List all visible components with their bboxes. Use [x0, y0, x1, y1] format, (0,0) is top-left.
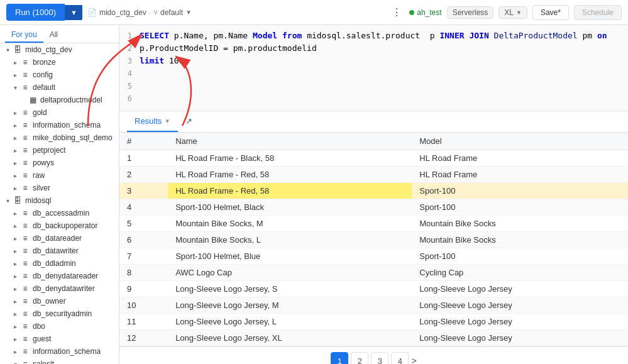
pagination: 1 2 3 4 > — [119, 346, 628, 364]
kw-token: Model — [253, 31, 277, 40]
tree-item-mido_ctg_dev[interactable]: ▾🗄mido_ctg_dev — [0, 43, 119, 56]
tree-label: db_datawriter — [33, 246, 79, 255]
tree-item-mike_dobing_sql_demo[interactable]: ▸≡mike_dobing_sql_demo — [0, 131, 119, 144]
tree-item-bronze[interactable]: ▸≡bronze — [0, 56, 119, 69]
table-row[interactable]: 6Mountain Bike Socks, LMountain Bike Soc… — [119, 232, 628, 248]
tree-chevron: ▸ — [10, 311, 20, 317]
results-tab[interactable]: Results ▼ — [127, 111, 178, 132]
tree-item-db_accessadmin[interactable]: ▸≡db_accessadmin — [0, 207, 119, 219]
tree-label: mike_dobing_sql_demo — [33, 133, 113, 142]
schema-icon: ≡ — [20, 146, 30, 155]
line-content[interactable]: SELECT p.Name, pm.Name Model from midosq… — [140, 31, 628, 40]
tree-item-db_denydatareader[interactable]: ▸≡db_denydatareader — [0, 270, 119, 282]
table-row[interactable]: 7Sport-100 Helmet, BlueSport-100 — [119, 248, 628, 265]
run-button[interactable]: Run (1000) — [6, 4, 65, 21]
plain-token — [277, 31, 282, 40]
tree-label: midosql — [25, 196, 51, 205]
page-1-button[interactable]: 1 — [331, 352, 348, 364]
run-button-group: Run (1000) ▼ — [6, 4, 82, 21]
results-tab2[interactable]: ↗ — [178, 111, 200, 132]
table-row[interactable]: 2HL Road Frame - Red, 58HL Road Frame — [119, 167, 628, 183]
tree-item-db_owner[interactable]: ▸≡db_owner — [0, 295, 119, 307]
tree-item-db_denydatawriter[interactable]: ▸≡db_denydatawriter — [0, 282, 119, 295]
tree-item-petproject[interactable]: ▸≡petproject — [0, 144, 119, 157]
table-row[interactable]: 8AWC Logo CapCycling Cap — [119, 265, 628, 281]
page-3-button[interactable]: 3 — [371, 352, 388, 364]
sidebar-tabs: For you All — [0, 25, 119, 43]
tree-chevron: ▸ — [10, 135, 20, 141]
table-row[interactable]: 10Long-Sleeve Logo Jersey, MLong-Sleeve … — [119, 297, 628, 314]
table-row[interactable]: 1HL Road Frame - Black, 58HL Road Frame — [119, 150, 628, 167]
tree-chevron: ▸ — [10, 109, 20, 116]
schema-icon: ≡ — [20, 108, 30, 117]
page-2-button[interactable]: 2 — [351, 352, 368, 364]
table-row[interactable]: 11Long-Sleeve Logo Jersey, LLong-Sleeve … — [119, 314, 628, 330]
table-row[interactable]: 5Mountain Bike Socks, MMountain Bike Soc… — [119, 216, 628, 232]
schema-icon: ≡ — [20, 121, 30, 130]
table-row[interactable]: 4Sport-100 Helmet, BlackSport-100 — [119, 199, 628, 216]
schema-icon: ≡ — [20, 158, 30, 167]
tree-item-raw[interactable]: ▸≡raw — [0, 169, 119, 182]
tree-item-config[interactable]: ▸≡config — [0, 69, 119, 81]
tab-foryou[interactable]: For you — [5, 28, 43, 43]
tree-item-db_datawriter[interactable]: ▸≡db_datawriter — [0, 245, 119, 257]
line-content[interactable]: p.ProductModelID = pm.productmodelid — [140, 43, 628, 53]
cell-name: Mountain Bike Socks, L — [168, 232, 412, 248]
run-dropdown-button[interactable]: ▼ — [65, 5, 82, 20]
tree-chevron: ▾ — [10, 361, 20, 365]
tree-item-default[interactable]: ▾≡default — [0, 81, 119, 94]
schema-icon: ≡ — [20, 133, 30, 142]
tree-item-guest[interactable]: ▸≡guest — [0, 333, 119, 345]
col-num: # — [119, 133, 168, 150]
tree-item-db_securityadmin[interactable]: ▸≡db_securityadmin — [0, 307, 119, 320]
tab-all[interactable]: All — [43, 28, 64, 43]
table-row[interactable]: 3HL Road Frame - Red, 58Sport-100 — [119, 183, 628, 199]
kw-token: on — [597, 31, 607, 40]
tree-item-deltaproductmodel[interactable]: ▦deltaproductmodel — [0, 94, 119, 106]
tree-label: db_owner — [33, 297, 66, 306]
tree-item-silver[interactable]: ▸≡silver — [0, 182, 119, 194]
cell-name: Long-Sleeve Logo Jersey, L — [168, 314, 412, 330]
table-row[interactable]: 12Long-Sleeve Logo Jersey, XLLong-Sleeve… — [119, 330, 628, 346]
tree-chevron: ▾ — [3, 197, 13, 204]
sql-editor[interactable]: 1SELECT p.Name, pm.Name Model from midos… — [119, 25, 628, 111]
tree-item-db_datareader[interactable]: ▸≡db_datareader — [0, 232, 119, 245]
more-options-button[interactable]: ⋮ — [389, 4, 404, 21]
cell-name: Long-Sleeve Logo Jersey, XL — [168, 330, 412, 346]
cell-model: Cycling Cap — [412, 265, 628, 281]
tree-item-db_ddladmin[interactable]: ▸≡db_ddladmin — [0, 257, 119, 270]
separator: · — [149, 8, 151, 17]
schedule-button[interactable]: Schedule — [574, 5, 622, 20]
tree-item-information_schema[interactable]: ▸≡information_schema — [0, 119, 119, 131]
tree-item-gold[interactable]: ▸≡gold — [0, 106, 119, 119]
tree-chevron: ▸ — [10, 323, 20, 330]
save-button[interactable]: Save* — [532, 5, 569, 20]
branch-chevron[interactable]: ▼ — [185, 9, 192, 16]
tree-chevron: ▸ — [10, 273, 20, 280]
schema-icon: ≡ — [20, 297, 30, 306]
tree-item-information_schema[interactable]: ▸≡information_schema — [0, 345, 119, 358]
page-4-button[interactable]: 4 — [391, 352, 409, 364]
tree-item-dbo[interactable]: ▸≡dbo — [0, 320, 119, 333]
status-text: ah_test — [417, 8, 441, 17]
plain-token: midosql.saleslt.product p — [302, 31, 439, 40]
schema-icon: ≡ — [20, 309, 30, 318]
tree-item-saleslt[interactable]: ▾≡saleslt — [0, 358, 119, 364]
tree-label: information_schema — [33, 347, 101, 356]
size-selector[interactable]: XL ▼ — [499, 6, 527, 19]
tree-chevron: ▸ — [10, 285, 20, 292]
tree-item-midosql[interactable]: ▾🗄midosql — [0, 194, 119, 207]
cell-model: HL Road Frame — [412, 167, 628, 183]
cell-name: Sport-100 Helmet, Black — [168, 199, 412, 216]
cell-model: Long-Sleeve Logo Jersey — [412, 281, 628, 297]
editor-line-6: 6 — [119, 93, 628, 106]
tree-label: silver — [33, 184, 50, 192]
tree-item-powys[interactable]: ▸≡powys — [0, 157, 119, 169]
line-content[interactable]: limit 100 — [140, 56, 628, 65]
table-row[interactable]: 9Long-Sleeve Logo Jersey, SLong-Sleeve L… — [119, 281, 628, 297]
tree-chevron: ▸ — [10, 59, 20, 66]
cell-name: Sport-100 Helmet, Blue — [168, 248, 412, 265]
tree-label: mido_ctg_dev — [25, 45, 72, 54]
next-page-button[interactable]: > — [411, 356, 416, 364]
tree-item-db_backupoperator[interactable]: ▸≡db_backupoperator — [0, 219, 119, 232]
